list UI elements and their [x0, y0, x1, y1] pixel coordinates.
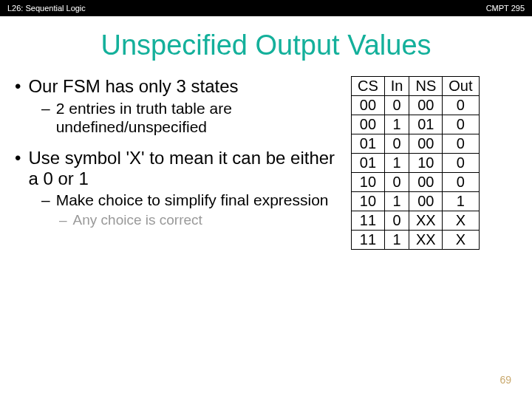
bullet-2b: – Any choice is correct	[59, 212, 344, 228]
content-area: • Our FSM has only 3 states – 2 entries …	[0, 61, 532, 250]
table-row: 110XXX	[352, 211, 480, 231]
slide: L26: Sequential Logic CMPT 295 Unspecifi…	[0, 0, 532, 399]
bullet-1-text: Our FSM has only 3 states	[28, 76, 238, 97]
bullet-column: • Our FSM has only 3 states – 2 entries …	[15, 76, 351, 250]
header-bar: L26: Sequential Logic CMPT 295	[0, 0, 532, 16]
table-row: 011100	[352, 154, 480, 173]
header-right: CMPT 295	[486, 4, 525, 13]
dash-icon: –	[41, 191, 50, 209]
truth-table: CS In NS Out 000000 001010 010000 011100…	[351, 76, 480, 250]
bullet-2-text: Use symbol 'X' to mean it can be either …	[28, 148, 344, 189]
bullet-1a-text: 2 entries in truth table are undefined/u…	[56, 99, 344, 136]
dash-icon: –	[59, 212, 67, 228]
slide-title: Unspecified Output Values	[0, 30, 532, 61]
bullet-dot-icon: •	[15, 76, 21, 98]
header-left: L26: Sequential Logic	[7, 4, 86, 13]
table-row: 000000	[352, 96, 480, 115]
th-ns: NS	[409, 77, 443, 96]
bullet-dot-icon: •	[15, 148, 21, 169]
table-row: 010000	[352, 134, 480, 154]
table-header-row: CS In NS Out	[352, 77, 480, 96]
table-row: 111XXX	[352, 231, 480, 250]
bullet-2b-text: Any choice is correct	[73, 212, 202, 228]
table-row: 100000	[352, 173, 480, 192]
table-column: CS In NS Out 000000 001010 010000 011100…	[351, 76, 517, 250]
page-number: 69	[499, 374, 511, 386]
th-cs: CS	[352, 77, 385, 96]
table-row: 101001	[352, 192, 480, 211]
bullet-1: • Our FSM has only 3 states	[15, 76, 344, 98]
dash-icon: –	[41, 99, 50, 117]
bullet-1a: – 2 entries in truth table are undefined…	[41, 99, 344, 136]
bullet-2: • Use symbol 'X' to mean it can be eithe…	[15, 148, 344, 189]
th-out: Out	[443, 77, 479, 96]
table-row: 001010	[352, 115, 480, 134]
bullet-2a: – Make choice to simplify final expressi…	[41, 191, 344, 209]
th-in: In	[384, 77, 409, 96]
bullet-2a-text: Make choice to simplify final expression	[56, 191, 329, 209]
